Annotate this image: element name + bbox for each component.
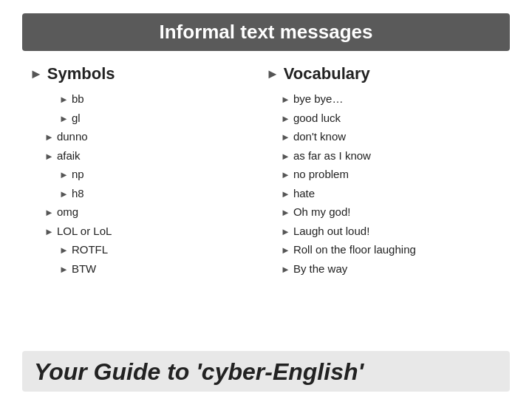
arrow-icon: ► (281, 205, 290, 221)
arrow-icon: ► (59, 167, 69, 183)
vocabulary-column: ► Vocabulary ► bye bye… ► good luck ► do… (266, 64, 502, 344)
list-item: ► By the way (266, 259, 502, 279)
footer-text: Your Guide to 'cyber-English' (34, 358, 498, 386)
arrow-icon: ► (59, 92, 69, 108)
arrow-icon: ► (59, 242, 69, 259)
columns-container: ► Symbols ► bb ► gl ► dunno ► afaik ► np (22, 64, 510, 344)
arrow-icon: ► (59, 111, 69, 127)
arrow-icon: ► (281, 167, 290, 183)
slide-header: Informal text messages (22, 13, 510, 51)
arrow-icon: ► (44, 224, 54, 240)
list-item: ► don't know (266, 127, 502, 146)
list-item: ► bye bye… (266, 89, 502, 109)
list-item: ► no problem (266, 165, 502, 184)
arrow-icon: ► (281, 186, 290, 202)
list-item: ► h8 (30, 184, 266, 203)
list-item: ► LOL or LoL (30, 222, 266, 241)
arrow-icon: ► (59, 186, 69, 202)
list-item: ► good luck (266, 109, 502, 128)
list-item: ► omg (30, 202, 266, 222)
list-item: ► bb (30, 89, 266, 109)
arrow-icon: ► (281, 129, 290, 146)
list-item: ► hate (266, 184, 502, 203)
list-item: ► as far as I know (266, 146, 502, 166)
vocabulary-title-arrow: ► (266, 66, 279, 82)
list-item: ► ROTFL (30, 240, 266, 259)
arrow-icon: ► (59, 262, 69, 278)
arrow-icon: ► (44, 205, 54, 221)
list-item: ► Oh my god! (266, 202, 502, 222)
list-item: ► Roll on the floor laughing (266, 240, 502, 259)
slide: Informal text messages ► Symbols ► bb ► … (0, 0, 532, 399)
arrow-icon: ► (281, 149, 290, 165)
footer-section: Your Guide to 'cyber-English' (22, 351, 510, 392)
list-item: ► np (30, 165, 266, 184)
header-title: Informal text messages (159, 21, 372, 43)
symbols-column: ► Symbols ► bb ► gl ► dunno ► afaik ► np (30, 64, 266, 344)
list-item: ► dunno (30, 127, 266, 146)
arrow-icon: ► (44, 129, 54, 146)
symbols-title-arrow: ► (30, 66, 43, 82)
arrow-icon: ► (281, 92, 290, 108)
arrow-icon: ► (281, 111, 290, 127)
arrow-icon: ► (281, 224, 290, 240)
list-item: ► Laugh out loud! (266, 222, 502, 241)
arrow-icon: ► (281, 242, 290, 259)
vocabulary-title: ► Vocabulary (266, 64, 502, 83)
list-item: ► BTW (30, 259, 266, 279)
list-item: ► gl (30, 109, 266, 128)
symbols-title: ► Symbols (30, 64, 266, 83)
list-item: ► afaik (30, 146, 266, 166)
arrow-icon: ► (44, 149, 54, 165)
arrow-icon: ► (281, 262, 290, 278)
